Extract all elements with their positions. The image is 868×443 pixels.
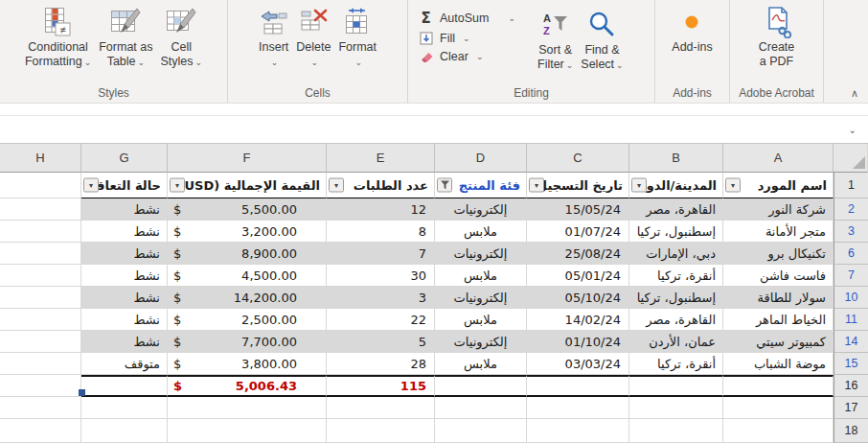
cell-G17[interactable] [81, 397, 168, 419]
cell-E7[interactable]: 30 [327, 265, 435, 287]
cell-E16[interactable]: 115 [327, 375, 435, 397]
table-resize-handle[interactable] [79, 389, 85, 396]
cell-G1[interactable]: ▾حالة التعاقد [81, 173, 168, 198]
fill-button[interactable]: Fill ⌄ [418, 32, 525, 45]
cell-E1[interactable]: ▾عدد الطلبات [327, 173, 435, 198]
cell-F18[interactable] [168, 419, 327, 443]
select-all-corner[interactable] [834, 144, 868, 173]
cell-C7[interactable]: 05/01/24 [527, 265, 629, 287]
cell-G6[interactable]: نشط [81, 243, 168, 265]
cell-G7[interactable]: نشط [81, 265, 168, 287]
find-select-button[interactable]: Find &Select⌄ [578, 6, 626, 74]
cell-F11[interactable]: $2,500.00 [168, 309, 327, 331]
collapse-ribbon-button[interactable]: ∧ [851, 87, 858, 100]
cell-D10[interactable]: إلكترونيات [435, 287, 527, 309]
filter-dropdown-button-C[interactable]: ▾ [529, 178, 544, 193]
row-header-17[interactable]: 17 [834, 397, 868, 419]
cell-styles-button[interactable]: CellStyles⌄ [157, 3, 205, 71]
cell-A15[interactable]: موضة الشباب [723, 353, 834, 375]
cell-F14[interactable]: $7,700.00 [168, 331, 327, 353]
cell-F2[interactable]: $5,500.00 [168, 198, 327, 221]
conditional-formatting-button[interactable]: ≠ ConditionalFormatting⌄ [22, 3, 94, 71]
cell-H10[interactable] [0, 287, 81, 309]
cell-D18[interactable] [435, 419, 527, 443]
row-header-16[interactable]: 16 [834, 375, 868, 397]
formula-bar-expand-icon[interactable]: ⌄ [849, 125, 857, 135]
cell-H3[interactable] [0, 221, 81, 243]
row-header-11[interactable]: 11 [834, 309, 868, 331]
filter-dropdown-button-A[interactable]: ▾ [725, 178, 741, 193]
cell-C1[interactable]: ▾تاريخ التسجيل [527, 173, 629, 198]
cell-E6[interactable]: 7 [327, 243, 435, 265]
cell-D7[interactable]: ملابس [435, 265, 527, 287]
formula-bar[interactable]: ⌄ [0, 116, 868, 144]
cell-A11[interactable]: الخياط الماهر [723, 309, 834, 331]
cell-A10[interactable]: سولار للطاقة [723, 287, 834, 309]
cell-D2[interactable]: إلكترونيات [435, 198, 527, 221]
delete-cells-button[interactable]: Delete⌄ [293, 3, 333, 71]
clear-button[interactable]: Clear ⌄ [418, 50, 525, 63]
autosum-button[interactable]: Σ AutoSum ⌄ [418, 10, 525, 27]
cell-H18[interactable] [0, 419, 81, 443]
filter-dropdown-button-E[interactable]: ▾ [329, 178, 344, 193]
cell-B14[interactable]: عمان، الأردن [629, 331, 723, 353]
cell-H16[interactable] [0, 375, 81, 397]
cell-A18[interactable] [723, 419, 834, 443]
cell-B15[interactable]: أنقرة، تركيا [629, 353, 723, 375]
cell-H14[interactable] [0, 331, 81, 353]
filter-dropdown-button-B[interactable]: ▾ [631, 178, 647, 193]
column-header-C[interactable]: C [527, 144, 629, 173]
cell-B17[interactable] [629, 397, 723, 419]
add-ins-button[interactable]: Add-ins [669, 3, 715, 56]
column-header-E[interactable]: E [327, 144, 435, 173]
cell-H6[interactable] [0, 243, 81, 265]
cell-F6[interactable]: $8,900.00 [168, 243, 327, 265]
row-header-6[interactable]: 6 [834, 243, 868, 265]
cell-B18[interactable] [629, 419, 723, 443]
column-header-H[interactable]: H [0, 144, 81, 173]
cell-A14[interactable]: كمبيوتر سيتي [723, 331, 834, 353]
cell-G11[interactable]: نشط [81, 309, 168, 331]
filter-dropdown-button-F[interactable]: ▾ [170, 178, 185, 193]
cell-E2[interactable]: 12 [327, 198, 435, 221]
cell-C6[interactable]: 25/08/24 [527, 243, 629, 265]
cell-C10[interactable]: 05/10/24 [527, 287, 629, 309]
cell-A2[interactable]: شركة النور [723, 198, 834, 221]
cell-C14[interactable]: 01/10/24 [527, 331, 629, 353]
cell-A6[interactable]: تكنيكال برو [723, 243, 834, 265]
cell-G18[interactable] [81, 419, 168, 443]
cell-H2[interactable] [0, 198, 81, 221]
cell-C17[interactable] [527, 397, 629, 419]
cell-G2[interactable]: نشط [81, 198, 168, 221]
cell-D16[interactable] [435, 375, 527, 397]
row-header-1[interactable]: 1 [834, 173, 868, 198]
create-pdf-button[interactable]: Createa PDF [756, 3, 798, 70]
format-cells-button[interactable]: Format⌄ [335, 3, 379, 71]
cell-A1[interactable]: ▾اسم المورد [723, 173, 834, 198]
column-header-B[interactable]: B [629, 144, 723, 173]
cell-E11[interactable]: 22 [327, 309, 435, 331]
cell-E15[interactable]: 28 [327, 353, 435, 375]
format-as-table-button[interactable]: Format asTable⌄ [96, 3, 155, 71]
cell-G3[interactable]: نشط [81, 221, 168, 243]
cell-B3[interactable]: إسطنبول، تركيا [629, 221, 723, 243]
cell-F16[interactable]: $5,006.43 [168, 375, 327, 397]
cell-H1[interactable] [0, 173, 81, 198]
cell-E3[interactable]: 8 [327, 221, 435, 243]
column-header-A[interactable]: A [723, 144, 834, 173]
cell-D1[interactable]: فئة المنتج [435, 173, 527, 198]
cell-D3[interactable]: ملابس [435, 221, 527, 243]
cell-C16[interactable] [527, 375, 629, 397]
row-header-14[interactable]: 14 [834, 331, 868, 353]
cell-A16[interactable] [723, 375, 834, 397]
cell-C18[interactable] [527, 419, 629, 443]
cell-B16[interactable] [629, 375, 723, 397]
cell-D11[interactable]: ملابس [435, 309, 527, 331]
cell-G16[interactable] [81, 375, 168, 397]
row-header-15[interactable]: 15 [834, 353, 868, 375]
cell-C15[interactable]: 03/03/24 [527, 353, 629, 375]
filter-dropdown-button-G[interactable]: ▾ [83, 178, 99, 193]
cell-B11[interactable]: القاهرة، مصر [629, 309, 723, 331]
cell-B2[interactable]: القاهرة، مصر [629, 198, 723, 221]
cell-F17[interactable] [168, 397, 327, 419]
